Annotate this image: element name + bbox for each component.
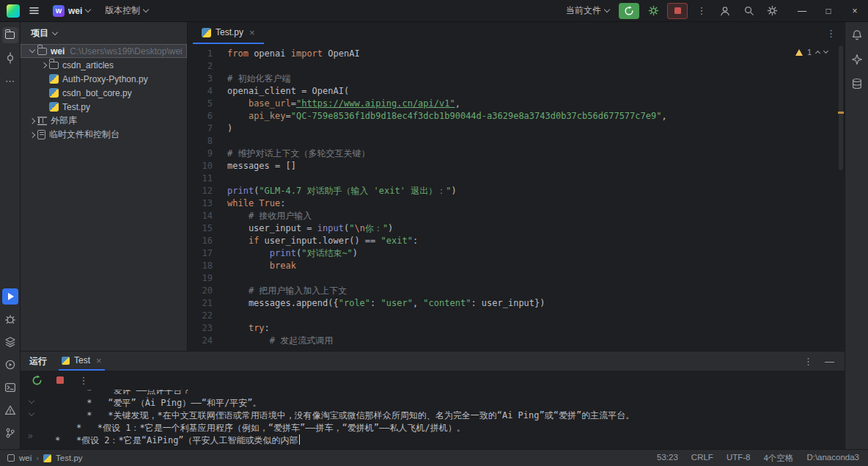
maximize-button[interactable]: □	[815, 0, 842, 22]
code-line-20[interactable]: # 把用户输入加入上下文	[227, 285, 845, 297]
ai-assistant-icon[interactable]	[849, 51, 865, 68]
run-panel-options-icon[interactable]: ⋮	[803, 357, 813, 366]
debug-icon[interactable]	[2, 311, 18, 327]
breadcrumb-file[interactable]: Test.py	[56, 454, 82, 462]
scrollbar-thumb[interactable]	[839, 45, 843, 170]
close-button[interactable]: ×	[842, 0, 868, 22]
run-tab-test[interactable]: Test ×	[59, 352, 105, 371]
notifications-icon[interactable]	[849, 27, 865, 43]
more-actions-icon[interactable]: ⋮	[692, 2, 711, 20]
project-widget[interactable]: W wei	[48, 2, 95, 20]
console-output[interactable]: * “爱评”——点评平台？ * “爱平”（Ài Píng）——“和平/平安”。 …	[43, 390, 845, 449]
database-icon[interactable]	[849, 76, 865, 92]
run-console[interactable]: » * “爱评”——点评平台？ * “爱平”（Ài Píng）——“和平/平安”…	[21, 390, 845, 449]
main-menu-icon[interactable]	[24, 2, 43, 20]
tree-item-Auth-Proxy-Python.py[interactable]: Auth-Proxy-Python.py	[21, 72, 187, 86]
stop-button[interactable]	[667, 3, 688, 19]
rerun-icon[interactable]	[29, 373, 44, 387]
chevron-right-icon[interactable]	[40, 62, 46, 68]
breadcrumb-project[interactable]: wei	[19, 454, 32, 462]
code-line-19[interactable]	[227, 272, 845, 285]
code-line-6[interactable]: api_key="QC-759e8536f1db9d18ec4f3dcb1b90…	[227, 110, 845, 123]
line-number: 3	[188, 73, 223, 85]
inspections-widget[interactable]: 1	[792, 46, 831, 58]
status-caret-position[interactable]: 53:23	[657, 453, 678, 464]
tree-item-csdn_bot_core.py[interactable]: csdn_bot_core.py	[21, 86, 187, 100]
editor-tab-options-icon[interactable]: ⋮	[826, 28, 836, 39]
code-line-11[interactable]	[227, 172, 845, 185]
hide-panel-icon[interactable]: —	[825, 357, 834, 366]
code-line-5[interactable]: base_url="https://www.aiping.cn/api/v1",	[227, 98, 845, 110]
code-line-17[interactable]: print("对话结束~")	[227, 247, 845, 260]
code-line-9[interactable]: # 维护对话上下文（多轮交互关键）	[227, 148, 845, 160]
code-line-4[interactable]: openai_client = OpenAI(	[227, 85, 845, 98]
settings-gear-icon[interactable]	[762, 2, 781, 20]
status-encoding[interactable]: UTF-8	[727, 453, 751, 464]
user-icon[interactable]	[716, 2, 735, 20]
search-icon[interactable]	[739, 2, 758, 20]
chevron-right-icon[interactable]	[29, 131, 34, 137]
python-packages-icon[interactable]	[2, 334, 18, 350]
minimize-button[interactable]: —	[789, 0, 815, 22]
more-tool-windows-icon[interactable]: ⋯	[2, 73, 18, 89]
code-line-16[interactable]: if user_input.lower() == "exit":	[227, 235, 845, 247]
code-line-21[interactable]: messages.append({"role": "user", "conten…	[227, 297, 845, 310]
project-tool-button[interactable]	[2, 27, 18, 43]
code-editor[interactable]: 123456789101112131415161718192021222324 …	[188, 44, 845, 351]
python-icon	[49, 102, 59, 112]
code-line-10[interactable]: messages = []	[227, 160, 845, 172]
code-line-23[interactable]: try:	[227, 322, 845, 335]
code-line-24[interactable]: # 发起流式调用	[227, 335, 845, 347]
status-interpreter[interactable]: D:\anaconda3	[806, 453, 859, 464]
problems-icon[interactable]	[2, 402, 18, 418]
chevron-down-icon[interactable]	[29, 47, 34, 53]
next-problem-icon[interactable]	[823, 48, 828, 54]
code-line-13[interactable]: while True:	[227, 197, 845, 210]
run-config-widget[interactable]: 当前文件	[561, 2, 614, 20]
code-line-3[interactable]: # 初始化客户端	[227, 73, 845, 85]
close-tab-icon[interactable]: ×	[249, 27, 255, 38]
code-line-14[interactable]: # 接收用户输入	[227, 210, 845, 222]
prev-problem-icon[interactable]	[815, 51, 820, 56]
vcs-widget[interactable]: 版本控制	[100, 2, 153, 20]
project-panel: 项目 weiC:\Users\ws199\Desktop\weicsdn_art…	[21, 22, 188, 351]
code-line-18[interactable]: break	[227, 260, 845, 272]
line-number: 23	[188, 322, 223, 335]
status-indent[interactable]: 4个空格	[763, 453, 793, 464]
code-line-15[interactable]: user_input = input("\n你：")	[227, 222, 845, 235]
commit-icon[interactable]	[2, 50, 18, 66]
soft-wrap-more-icon: »	[28, 431, 33, 441]
code-area[interactable]: from openai import OpenAI# 初始化客户端openai_…	[223, 44, 845, 351]
code-line-8[interactable]	[227, 135, 845, 148]
code-line-12[interactable]: print("GLM-4.7 对话助手（输入 'exit' 退出）：")	[227, 185, 845, 197]
console-options-icon[interactable]: ⋮	[76, 373, 91, 387]
chevron-right-icon[interactable]	[29, 117, 34, 123]
editor-tab-testpy[interactable]: Test.py ×	[193, 22, 264, 44]
tree-item-label: csdn_bot_core.py	[62, 88, 132, 98]
chevron-down-icon	[85, 7, 91, 12]
git-icon[interactable]	[2, 425, 18, 441]
project-name: wei	[68, 6, 82, 16]
project-panel-header[interactable]: 项目	[21, 22, 187, 44]
services-icon[interactable]	[2, 357, 18, 373]
close-tab-icon[interactable]: ×	[96, 355, 102, 366]
editor-scrollbar[interactable]	[837, 44, 845, 351]
tree-item-wei[interactable]: weiC:\Users\ws199\Desktop\wei	[21, 44, 187, 58]
code-line-2[interactable]	[227, 60, 845, 73]
tree-item-临时文件和控制台[interactable]: 临时文件和控制台	[21, 128, 187, 142]
tree-item-外部库[interactable]: 外部库	[21, 114, 187, 128]
stop-icon[interactable]	[53, 373, 67, 387]
tree-item-Test.py[interactable]: Test.py	[21, 100, 187, 114]
run-settings-icon[interactable]	[644, 2, 663, 20]
code-line-1[interactable]: from openai import OpenAI	[227, 48, 845, 60]
run-tool-button[interactable]	[2, 288, 18, 305]
tree-item-csdn_articles[interactable]: csdn_articles	[21, 58, 187, 72]
status-line-separator[interactable]: CRLF	[691, 453, 713, 464]
rerun-button[interactable]	[619, 3, 639, 19]
stop-icon	[674, 7, 681, 14]
terminal-icon[interactable]	[2, 379, 18, 396]
line-number: 2	[188, 60, 223, 73]
code-line-22[interactable]	[227, 310, 845, 322]
code-line-7[interactable]: )	[227, 123, 845, 135]
run-panel-title[interactable]: 运行	[29, 355, 47, 368]
